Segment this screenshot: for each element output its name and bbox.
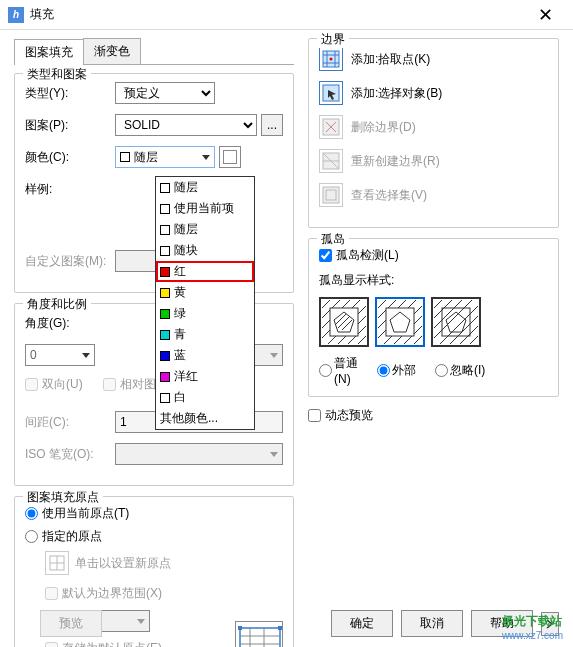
cancel-button[interactable]: 取消	[401, 610, 463, 637]
color-option-red[interactable]: 红	[156, 261, 254, 282]
pick-point-icon	[322, 50, 340, 68]
add-select-object-label: 添加:选择对象(B)	[351, 85, 442, 102]
color-label: 颜色(C):	[25, 149, 115, 166]
view-selection-icon	[322, 186, 340, 204]
window-title: 填充	[30, 6, 525, 23]
group-type-pattern: 类型和图案	[23, 66, 91, 83]
pattern-label: 图案(P):	[25, 117, 115, 134]
group-origin: 图案填充原点	[23, 489, 103, 506]
island-style-ignore[interactable]	[431, 297, 481, 347]
color-option-green[interactable]: 绿	[156, 303, 254, 324]
pattern-select[interactable]: SOLID	[115, 114, 257, 136]
color-option-bylayer[interactable]: 随层	[156, 177, 254, 198]
tab-pattern-fill[interactable]: 图案填充	[14, 39, 84, 65]
tab-gradient[interactable]: 渐变色	[83, 38, 141, 64]
iso-pen-label: ISO 笔宽(O):	[25, 446, 115, 463]
type-select[interactable]: 预定义	[115, 82, 215, 104]
recreate-boundary-label: 重新创建边界(R)	[351, 153, 440, 170]
group-island: 孤岛	[317, 231, 349, 248]
crosshair-icon	[48, 554, 66, 572]
add-pick-point-label: 添加:拾取点(K)	[351, 51, 430, 68]
group-boundary: 边界	[317, 31, 349, 48]
svg-rect-28	[323, 187, 339, 203]
chevron-down-icon	[202, 155, 210, 160]
island-style-outer[interactable]	[375, 297, 425, 347]
color-option-yellow[interactable]: 黄	[156, 282, 254, 303]
island-outer-radio[interactable]: 外部	[377, 355, 429, 386]
preview-button: 预览	[40, 610, 102, 637]
specified-origin-radio[interactable]: 指定的原点	[25, 528, 283, 545]
add-pick-point-button[interactable]	[319, 47, 343, 71]
app-icon: h	[8, 7, 24, 23]
iso-pen-select	[115, 443, 283, 465]
svg-point-20	[330, 58, 333, 61]
color-option-current[interactable]: 使用当前项	[156, 198, 254, 219]
color-option-bylayer2[interactable]: 随层	[156, 219, 254, 240]
color-option-magenta[interactable]: 洋红	[156, 366, 254, 387]
sample-label: 样例:	[25, 181, 115, 198]
bidirectional-checkbox: 双向(U)	[25, 376, 83, 393]
select-object-icon	[322, 84, 340, 102]
click-set-origin-label: 单击以设置新原点	[75, 555, 171, 572]
delete-icon	[322, 118, 340, 136]
set-origin-button	[45, 551, 69, 575]
group-angle-scale: 角度和比例	[23, 296, 91, 313]
view-selection-button	[319, 183, 343, 207]
color-select[interactable]: 随层	[115, 146, 215, 168]
color-option-other[interactable]: 其他颜色...	[156, 408, 254, 429]
recreate-boundary-button	[319, 149, 343, 173]
color-swatch-button[interactable]	[219, 146, 241, 168]
island-detect-checkbox[interactable]: 孤岛检测(L)	[319, 247, 548, 264]
watermark: 极光下载站 www.xz7.com	[502, 613, 563, 641]
use-current-origin-radio[interactable]: 使用当前原点(T)	[25, 505, 283, 522]
color-dropdown[interactable]: 随层 使用当前项 随层 随块 红 黄 绿 青 蓝 洋红 白 其他颜色...	[155, 176, 255, 430]
spacing-label: 间距(C):	[25, 414, 115, 431]
island-ignore-radio[interactable]: 忽略(I)	[435, 355, 487, 386]
island-style-normal[interactable]	[319, 297, 369, 347]
dynamic-preview-checkbox[interactable]: 动态预览	[308, 407, 559, 424]
island-normal-radio[interactable]: 普通(N)	[319, 355, 371, 386]
default-boundary-checkbox: 默认为边界范围(X)	[45, 585, 283, 602]
delete-boundary-button	[319, 115, 343, 139]
pattern-browse-button[interactable]: ...	[261, 114, 283, 136]
recreate-icon	[322, 152, 340, 170]
type-label: 类型(Y):	[25, 85, 115, 102]
color-option-cyan[interactable]: 青	[156, 324, 254, 345]
ok-button[interactable]: 确定	[331, 610, 393, 637]
close-button[interactable]: ✕	[525, 0, 565, 30]
custom-pattern-label: 自定义图案(M):	[25, 253, 115, 270]
angle-select[interactable]: 0	[25, 344, 95, 366]
color-option-byblock[interactable]: 随块	[156, 240, 254, 261]
island-display-label: 孤岛显示样式:	[319, 272, 548, 289]
view-selection-label: 查看选择集(V)	[351, 187, 427, 204]
color-option-white[interactable]: 白	[156, 387, 254, 408]
delete-boundary-label: 删除边界(D)	[351, 119, 416, 136]
color-option-blue[interactable]: 蓝	[156, 345, 254, 366]
add-select-object-button[interactable]	[319, 81, 343, 105]
